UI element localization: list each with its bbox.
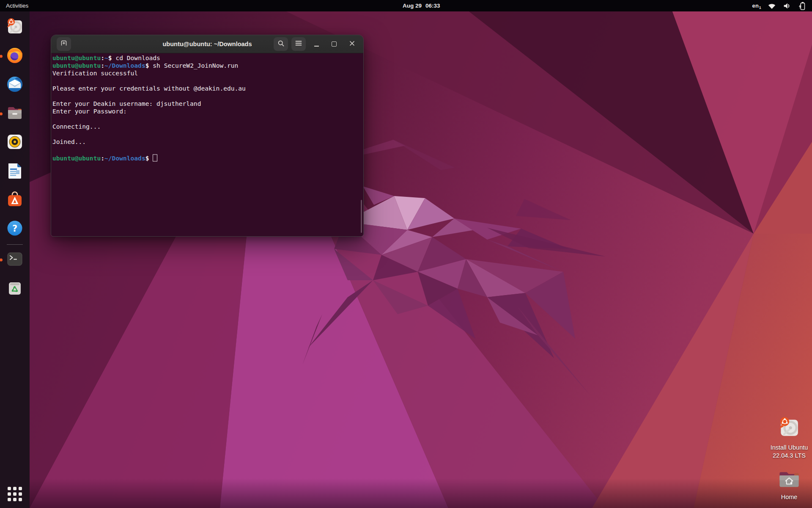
ubuntu-installer-icon [5,17,24,38]
dock-item-trash[interactable] [5,279,25,299]
dock-item-libreoffice-writer[interactable] [5,161,25,182]
terminal-text-segment: $ [108,54,112,61]
terminal-line [52,130,363,138]
terminal-line: Enter your Deakin username: djsutherland [52,100,363,108]
terminal-text-segment: ~/Downloads [104,62,145,69]
desktop-icon-home[interactable]: Home [765,469,812,501]
volume-icon[interactable] [782,2,792,10]
files-icon [5,104,24,124]
dock-item-terminal[interactable] [5,250,25,270]
menu-button[interactable] [291,37,306,51]
terminal-text-segment: : [101,54,104,61]
terminal-line: Enter your Password: [52,108,363,115]
terminal-window: ubuntu@ubuntu: ~/Downloads [51,35,364,237]
home-label: Home [781,493,798,501]
dock-item-ubuntu-software[interactable] [5,190,25,210]
home-folder-icon [778,469,800,491]
svg-text:?: ? [12,224,17,234]
trash-icon [5,279,24,299]
dock-item-thunderbird[interactable] [5,75,25,95]
terminal-line: ubuntu@ubuntu:~/Downloads$ sh SecureW2_J… [52,62,363,69]
dock-item-rhythmbox[interactable] [5,133,25,153]
dock: ? [0,11,30,508]
hamburger-menu-icon [295,40,302,48]
window-close-button[interactable] [345,37,359,51]
libreoffice-writer-icon [5,161,24,182]
top-bar: Activities Aug 29 06:33 en 1 [0,0,812,11]
terminal-line: Connecting... [52,123,363,130]
terminal-line: ubuntu@ubuntu:~$ cd Downloads [52,54,363,62]
terminal-line [52,115,363,123]
terminal-line: ubuntu@ubuntu:~/Downloads$ [52,153,363,161]
minimize-icon [314,46,319,47]
new-tab-button[interactable] [57,37,71,51]
dock-item-ubuntu-installer[interactable] [5,17,25,38]
dock-divider [7,244,23,245]
terminal-text-segment: Joined... [52,138,86,145]
running-indicator-dot [0,113,3,116]
terminal-text-segment: ~/Downloads [104,155,145,162]
keyboard-layout-label: en [752,3,759,9]
terminal-line: Please enter your credentials without @d… [52,85,363,92]
system-status-area[interactable]: en 1 [752,0,807,11]
ubuntu-software-icon [5,190,24,210]
clock-button[interactable]: Aug 29 06:33 [403,0,440,11]
window-minimize-button[interactable] [309,37,324,51]
install-ubuntu-disk-icon [778,416,801,441]
terminal-line [52,146,363,153]
desktop-icon-install-ubuntu[interactable]: Install Ubuntu 22.04.3 LTS [765,416,812,460]
terminal-titlebar[interactable]: ubuntu@ubuntu: ~/Downloads [51,35,363,53]
rhythmbox-icon [5,133,24,153]
running-indicator-dot [0,259,3,262]
show-applications-button[interactable] [8,487,22,501]
terminal-line [52,77,363,85]
terminal-text-segment [149,155,153,162]
thunderbird-icon [5,75,24,95]
terminal-text-segment: ~ [104,54,108,61]
terminal-icon [5,250,24,270]
terminal-text-segment: : [101,155,104,162]
running-indicator-dot [0,55,3,58]
clock-date: Aug 29 [403,3,422,9]
search-icon [277,40,285,49]
firefox-icon [5,46,24,66]
terminal-text-segment: Verification successful [52,69,138,77]
terminal-text-segment: Please enter your credentials without @d… [52,85,246,92]
dock-item-files[interactable] [5,104,25,124]
new-tab-icon [60,39,68,49]
keyboard-layout-index: 1 [759,6,761,10]
terminal-line [52,92,363,100]
terminal-line: Joined... [52,138,363,146]
terminal-text-segment: sh SecureW2_JoinNow.run [149,62,238,69]
activities-button[interactable]: Activities [6,0,28,11]
help-icon: ? [5,219,24,239]
terminal-cursor [153,155,157,162]
terminal-text-segment: Connecting... [52,123,101,130]
terminal-output[interactable]: ubuntu@ubuntu:~$ cd Downloadsubuntu@ubun… [51,53,363,236]
window-maximize-button[interactable] [327,37,341,51]
battery-charging-icon[interactable] [798,1,807,11]
terminal-text-segment: Enter your Deakin username: djsutherland [52,100,201,107]
search-button[interactable] [274,37,288,51]
maximize-icon [332,41,337,47]
terminal-text-segment: ubuntu@ubuntu [52,54,101,61]
keyboard-layout-indicator[interactable]: en 1 [752,3,761,9]
wifi-icon[interactable] [767,2,776,10]
terminal-text-segment: ubuntu@ubuntu [52,62,101,69]
clock-time: 06:33 [425,3,440,9]
terminal-text-segment: Enter your Password: [52,108,127,115]
dock-item-help[interactable]: ? [5,219,25,239]
install-ubuntu-label-line1: Install Ubuntu [771,444,808,452]
ubuntu-desktop: { "colors": { "accent": "#e95420", "topb… [0,0,812,508]
terminal-text-segment: cd Downloads [112,54,160,61]
activities-label: Activities [6,3,28,9]
install-ubuntu-label-line2: 22.04.3 LTS [773,452,806,460]
terminal-line: Verification successful [52,69,363,77]
dock-item-firefox[interactable] [5,46,25,66]
terminal-text-segment: : [101,62,104,69]
terminal-text-segment: ubuntu@ubuntu [52,155,101,162]
close-icon [349,40,355,48]
terminal-scrollbar[interactable] [361,200,362,233]
